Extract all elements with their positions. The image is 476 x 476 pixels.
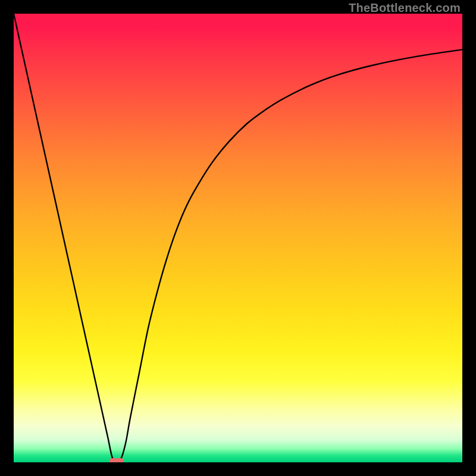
- plot-area: [14, 14, 462, 462]
- minimum-marker: [109, 458, 124, 462]
- bottleneck-curve: [14, 14, 462, 462]
- chart-frame: TheBottleneck.com: [0, 0, 476, 476]
- watermark-text: TheBottleneck.com: [349, 1, 461, 15]
